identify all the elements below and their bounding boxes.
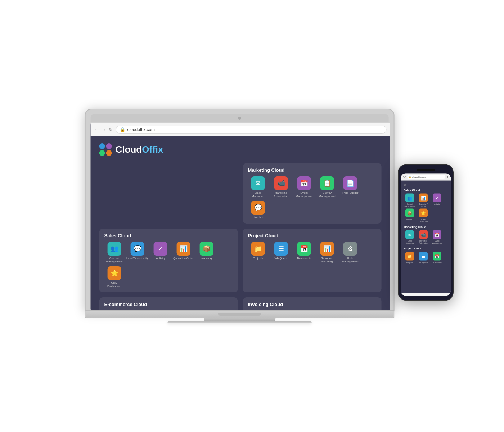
phone-marketing-cloud: Marketing Cloud ✉ Email Marketing 📹 Mark… — [404, 225, 448, 244]
phone-url-text: cloudoffix.com — [412, 176, 426, 178]
laptop-screen: ← → ↻ 🔒 cloudoffix.com — [91, 123, 390, 310]
laptop: ← → ↻ 🔒 cloudoffix.com — [85, 109, 395, 323]
phone-app-timesheets[interactable]: 📅 Timesheets — [431, 252, 443, 264]
forward-button[interactable]: → — [102, 127, 107, 132]
phone-app-contact[interactable]: 👥 Contact Management — [404, 194, 416, 207]
logo-dot-blue — [99, 143, 105, 149]
activity-icon: ✓ — [154, 242, 167, 256]
app-inventory[interactable]: 📦 Inventory — [197, 242, 217, 264]
quotation-order-label: Quotation/Order — [173, 257, 194, 260]
phone-project-app-grid: 📁 Projects ☰ Job Queue 📅 Timesheets — [404, 252, 448, 264]
phone-screen: AA 🔒 cloudoffix.com ⬆ ✕ — [401, 174, 451, 296]
phone-app-quotation[interactable]: 📊 Quotation/ Order — [417, 194, 429, 207]
browser-content: CloudOffix Marketing Cloud ✉ — [91, 136, 390, 310]
app-projects[interactable]: 📁 Projects — [248, 242, 268, 264]
resource-planning-label: Resource Planning — [317, 257, 337, 264]
phone-address-bar[interactable]: 🔒 cloudoffix.com — [407, 175, 445, 179]
sales-cloud-section: Sales Cloud 👥 Contact Management 💬 Lead/… — [99, 229, 238, 292]
phone-email-icon: ✉ — [405, 230, 414, 239]
phone-browser-bar: AA 🔒 cloudoffix.com ⬆ — [401, 174, 451, 181]
phone-event-label: Event Management — [431, 240, 443, 244]
phone-app-job-queue[interactable]: ☰ Job Queue — [417, 252, 429, 264]
phone-timesheets-label: Timesheets — [432, 261, 442, 264]
phone-projects-label: Projects — [406, 261, 413, 264]
phone-aa: AA — [403, 176, 406, 178]
inventory-label: Inventory — [201, 257, 212, 260]
phone-projects-icon: 📁 — [405, 252, 414, 261]
project-cloud-section: Project Cloud 📁 Projects ☰ Job Queue — [243, 229, 382, 292]
app-activity[interactable]: ✓ Activity — [150, 242, 171, 264]
survey-management-label: Survey Management — [317, 191, 337, 198]
app-lead-opportunity[interactable]: 💬 Lead/Opportunity — [127, 242, 148, 264]
phone-app-projects[interactable]: 📁 Projects — [404, 252, 416, 264]
phone-app-mkt-auto[interactable]: 📹 Marketing Automation — [417, 230, 429, 244]
resource-planning-icon: 📊 — [320, 242, 334, 256]
phone-sales-app-grid: 👥 Contact Management 📊 Quotation/ Order … — [404, 194, 448, 222]
url-text: cloudoffix.com — [127, 127, 155, 132]
address-bar[interactable]: 🔒 cloudoffix.com — [116, 126, 387, 134]
app-crm-dashboard[interactable]: ⭐ CRM Dashboard — [104, 266, 125, 288]
marketing-cloud-title: Marketing Cloud — [248, 167, 377, 173]
phone-app-crm[interactable]: ⭐ CRM Dashboard — [417, 209, 429, 222]
phone-lock-icon: 🔒 — [409, 176, 411, 178]
logo-dot-orange — [106, 150, 112, 156]
event-management-label: Event Management — [294, 191, 314, 198]
timesheets-icon: 📅 — [297, 242, 311, 256]
lead-opportunity-label: Lead/Opportunity — [126, 257, 148, 260]
back-button[interactable]: ← — [94, 127, 99, 132]
survey-management-icon: 📋 — [320, 176, 334, 190]
sales-app-grid: 👥 Contact Management 💬 Lead/Opportunity … — [104, 242, 233, 288]
phone-contact-label: Contact Management — [404, 203, 416, 207]
phone-crm-label: CRM Dashboard — [417, 218, 429, 222]
projects-icon: 📁 — [251, 242, 265, 256]
phone-app-email[interactable]: ✉ Email Marketing — [404, 230, 416, 244]
browser-bar: ← → ↻ 🔒 cloudoffix.com — [91, 123, 390, 136]
sales-cloud-title: Sales Cloud — [104, 233, 233, 238]
app-survey-management[interactable]: 📋 Survey Management — [317, 176, 337, 198]
phone-quotation-label: Quotation/ Order — [417, 203, 429, 207]
phone-inventory-icon: 📦 — [405, 209, 414, 217]
phone-app-inventory[interactable]: 📦 Inventory — [404, 209, 416, 222]
app-contact-management[interactable]: 👥 Contact Management — [104, 242, 125, 264]
app-event-management[interactable]: 📅 Event Management — [294, 176, 314, 198]
timesheets-label: Timesheets — [297, 257, 311, 260]
lock-icon: 🔒 — [120, 127, 125, 132]
app-resource-planning[interactable]: 📊 Resource Planning — [317, 242, 337, 264]
event-management-icon: 📅 — [297, 176, 311, 190]
ecommerce-cloud-section: E-commerce Cloud 📈 Online/Offline Sales … — [99, 297, 238, 310]
livechat-marketing-icon: 💬 — [251, 201, 265, 215]
invoicing-cloud-title: Invoicing Cloud — [248, 302, 377, 307]
risk-management-icon: ⚙ — [343, 242, 357, 256]
phone: AA 🔒 cloudoffix.com ⬆ ✕ — [398, 164, 454, 301]
inventory-icon: 📦 — [200, 242, 213, 256]
app-timesheets[interactable]: 📅 Timesheets — [294, 242, 314, 264]
app-livechat-marketing[interactable]: 💬 Livechat — [248, 201, 268, 219]
app-quotation-order[interactable]: 📊 Quotation/Order — [174, 242, 194, 264]
phone-email-label: Email Marketing — [404, 240, 416, 244]
invoicing-cloud-section: Invoicing Cloud 📄 Customer Invoices 📋 Ve… — [243, 297, 382, 310]
app-job-queue[interactable]: ☰ Job Queue — [271, 242, 291, 264]
app-marketing-automation[interactable]: 📹 Marketing Automation — [271, 176, 291, 198]
phone-marketing-cloud-title: Marketing Cloud — [404, 225, 448, 229]
refresh-button[interactable]: ↻ — [109, 127, 112, 132]
form-builder-label: From Builder — [342, 191, 359, 195]
project-app-grid: 📁 Projects ☰ Job Queue 📅 Timesheets — [248, 242, 377, 264]
phone-activity-label: Activity — [434, 203, 440, 205]
crm-dashboard-icon: ⭐ — [108, 266, 121, 280]
phone-share-icon[interactable]: ⬆ — [446, 175, 449, 178]
app-risk-management[interactable]: ⚙ Risk Management — [340, 242, 360, 264]
phone-sales-cloud: Sales Cloud 👥 Contact Management 📊 Quota… — [404, 189, 448, 222]
livechat-marketing-label: Livechat — [253, 216, 264, 219]
laptop-notch — [218, 313, 261, 316]
phone-content: ✕ Sales Cloud 👥 Contact Management — [401, 181, 451, 293]
app-email-marketing[interactable]: ✉ Email Marketing — [248, 176, 268, 198]
phone-app-activity[interactable]: ✓ Activity — [431, 194, 443, 207]
app-form-builder[interactable]: 📄 From Builder — [340, 176, 360, 198]
job-queue-label: Job Queue — [274, 257, 288, 260]
phone-mkt-auto-icon: 📹 — [419, 230, 428, 239]
scene: ← → ↻ 🔒 cloudoffix.com — [0, 0, 504, 432]
phone-app-event[interactable]: 📅 Event Management — [431, 230, 443, 244]
phone-close-btn[interactable]: ✕ — [404, 184, 406, 187]
laptop-camera — [238, 117, 241, 120]
main-cloud-grid: Sales Cloud 👥 Contact Management 💬 Lead/… — [99, 229, 382, 310]
